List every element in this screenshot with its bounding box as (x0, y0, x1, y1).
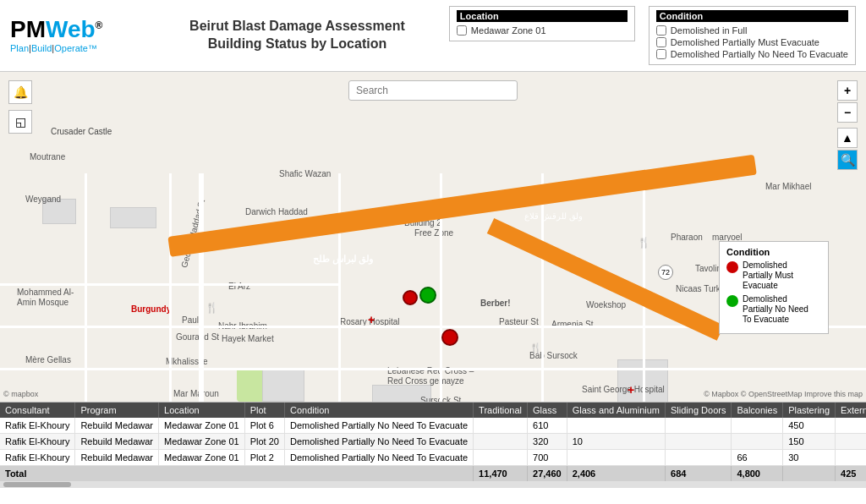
logo-web: Web (46, 16, 96, 42)
mapbox-credit: © Mapbox © OpenStreetMap Improve this ma… (704, 390, 863, 398)
logo-tagline: Plan|Build|Operate™ (10, 43, 145, 53)
cell-plot: Plot 20 (244, 434, 284, 450)
data-table-container: Consultant Program Location Plot Conditi… (0, 402, 866, 504)
cell-plastering: 450 (783, 418, 836, 434)
header: PMWeb® Plan|Build|Operate™ Beirut Blast … (0, 0, 866, 72)
label-mosque: Mohammed Al-Amin Mosque (17, 288, 74, 308)
condition-filter-item-2[interactable]: Demolished Partially No Need To Evacuate (656, 49, 848, 59)
north-button[interactable]: ▲ (837, 128, 858, 148)
condition-label-0: Demolished in Full (671, 25, 747, 36)
condition-filter-item-0[interactable]: Demolished in Full (656, 25, 848, 36)
locate-button[interactable]: 🔍 (837, 150, 858, 170)
highway-arabic-1: ولق لبراش طلح (313, 254, 373, 265)
condition-filter-item-1[interactable]: Demolished Partially Must Evacuate (656, 37, 848, 47)
cell-balconies (732, 418, 783, 434)
restaurant-icon-2: 🍴 (529, 342, 542, 354)
col-traditional: Traditional (474, 403, 528, 418)
cell-program: Rebuild Medawar (75, 450, 159, 466)
restaurant-icon-3: 🍴 (638, 237, 650, 249)
legend-title: Condition (726, 247, 821, 257)
search-input[interactable] (348, 80, 518, 101)
label-marmaroun: Mar Maroun (173, 389, 219, 398)
highway-1 (167, 155, 757, 257)
label-hayek: Hayek Market (222, 334, 274, 343)
col-glass-aluminium: Glass and Aluminium (567, 403, 665, 418)
cell-glass-al (567, 450, 665, 466)
horizontal-scrollbar[interactable] (0, 481, 866, 488)
cell-balconies (732, 434, 783, 450)
location-filter-item-0[interactable]: Medawar Zone 01 (457, 25, 628, 36)
cell-sliding (666, 450, 732, 466)
cell-traditional (474, 418, 528, 434)
map-search[interactable] (348, 80, 518, 101)
page-title: Beirut Blast Damage Assessment Building … (145, 18, 449, 53)
label-gouraud: Gouraud St (176, 332, 219, 342)
cell-program: Rebuild Medawar (75, 434, 159, 450)
label-crusader: Crusader Castle (51, 127, 112, 136)
cell-balconies: 66 (732, 450, 783, 466)
cell-glass: 320 (528, 434, 567, 450)
cell-external (836, 418, 866, 434)
footer-glass-al: 2,406 (567, 466, 665, 482)
legend-dot-green (726, 295, 738, 307)
zoom-in-button[interactable]: + (837, 80, 858, 101)
tagline-operate: Operate™ (54, 43, 97, 53)
cell-condition: Demolished Partially No Need To Evacuate (284, 450, 473, 466)
legend-dot-red (726, 261, 738, 273)
cell-glass: 700 (528, 450, 567, 466)
navigation-icon[interactable]: 🔔 (8, 80, 32, 104)
logo-area: PMWeb® Plan|Build|Operate™ (10, 18, 145, 53)
data-table: Consultant Program Location Plot Conditi… (0, 403, 866, 481)
condition-label-1: Demolished Partially Must Evacuate (671, 37, 819, 47)
label-stgeorge: Saint George Hospital (582, 385, 665, 394)
scroll-thumb[interactable] (3, 482, 71, 487)
shafic-wazan: Shafic Wazan (279, 169, 331, 178)
road-v-3 (199, 173, 204, 402)
table-body: Rafik El-Khoury Rebuild Medawar Medawar … (0, 418, 866, 466)
col-external-walls: External Walls (836, 403, 866, 418)
footer-balconies: 4,800 (732, 466, 783, 482)
col-balconies: Balconies (732, 403, 783, 418)
road-v-6 (541, 173, 544, 402)
map-container[interactable]: Crusader Castle Moutrane Weygand Mohamme… (0, 72, 866, 402)
tagline-build: Build (31, 43, 52, 53)
footer-sliding: 684 (666, 466, 732, 482)
label-gellas: Mère Gellas (25, 355, 71, 364)
condition-checkbox-2[interactable] (656, 49, 666, 59)
location-filter-box: Location Medawar Zone 01 (449, 6, 635, 41)
col-program: Program (75, 403, 159, 418)
map-background: Crusader Castle Moutrane Weygand Mohamme… (0, 72, 866, 402)
cell-location: Medawar Zone 01 (159, 434, 245, 450)
highway-arabic-2: ولق للرقش قلاع (524, 211, 583, 221)
condition-checkbox-1[interactable] (656, 37, 666, 47)
location-checkbox-0[interactable] (457, 25, 467, 36)
title-area: Beirut Blast Damage Assessment Building … (145, 18, 449, 53)
col-plot: Plot (244, 403, 284, 418)
label-burgundy: Burgundy (131, 304, 171, 314)
cell-location: Medawar Zone 01 (159, 450, 245, 466)
condition-checkbox-0[interactable] (656, 25, 666, 36)
zoom-out-button[interactable]: − (837, 102, 858, 123)
legend-label-0: DemolishedPartially MustEvacuate (743, 260, 793, 291)
cell-traditional (474, 450, 528, 466)
cell-glass-al (567, 418, 665, 434)
table-row: Rafik El-Khoury Rebuild Medawar Medawar … (0, 434, 866, 450)
cell-consultant: Rafik El-Khoury (0, 434, 75, 450)
cell-plastering: 30 (783, 450, 836, 466)
footer-plastering (783, 466, 836, 482)
label-weygand: Weygand (25, 194, 61, 204)
cell-plot: Plot 2 (244, 450, 284, 466)
tagline-plan: Plan (10, 43, 29, 53)
road-badge-72: 72 (658, 265, 673, 280)
table-footer-row: Total 11,470 27,460 2,406 684 4,800 425 (0, 466, 866, 482)
map-controls: + − ▲ 🔍 (837, 80, 858, 170)
cell-consultant: Rafik El-Khoury (0, 418, 75, 434)
label-marmik: Mar Mikhael (765, 182, 811, 191)
layers-icon[interactable]: ◱ (8, 110, 32, 134)
logo-reg: ® (96, 19, 103, 31)
road-v-2 (169, 173, 172, 402)
condition-filter-box: Condition Demolished in Full Demolished … (649, 6, 856, 65)
map-pin-green-1 (419, 287, 436, 304)
label-pharaon: Pharaon (671, 233, 703, 242)
logo: PMWeb® (10, 18, 145, 41)
